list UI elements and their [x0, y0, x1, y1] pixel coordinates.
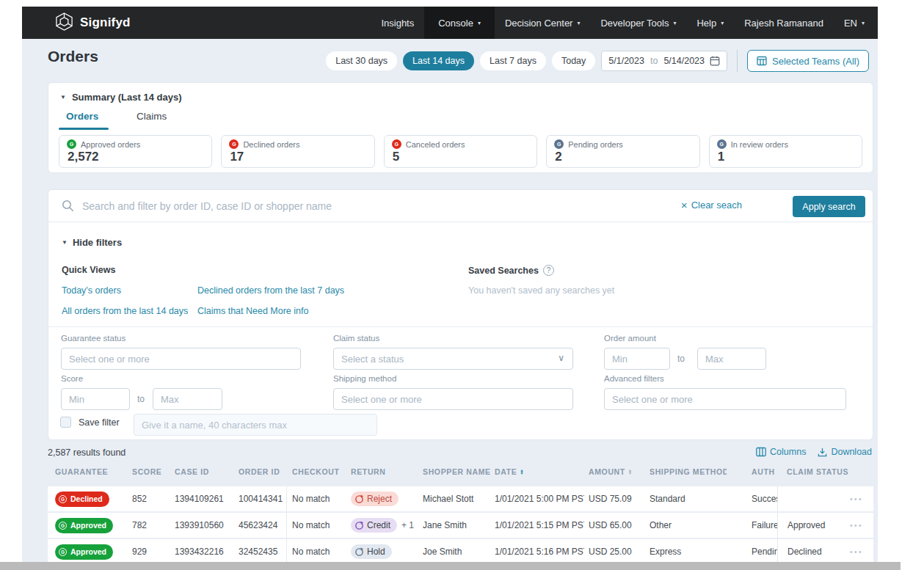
apply-search-button[interactable]: Apply search [793, 196, 865, 217]
tab-orders[interactable]: Orders [66, 111, 98, 122]
cell-date: 1/01/2021 5:15 PM PST [495, 513, 584, 538]
chevron-down-icon: ▾ [721, 20, 724, 26]
nav-item-rajesh-ramanand[interactable]: Rajesh Ramanand [734, 7, 834, 39]
score-max-input[interactable] [153, 388, 222, 410]
filters-divider [48, 326, 873, 327]
quick-view-link-declined-orders-from-the-last-7-days[interactable]: Declined orders from the last 7 days [197, 285, 344, 296]
row-actions-menu-icon[interactable]: ••• [850, 522, 863, 530]
nav-item-label: Rajesh Ramanand [744, 18, 823, 29]
row-actions-menu-icon[interactable]: ••• [850, 495, 863, 503]
quick-view-link-claims-that-need-more-info[interactable]: Claims that Need More info [197, 306, 308, 316]
column-header-checkout: CHECKOUT [292, 463, 345, 481]
guarantee-badge-label: Declined [70, 494, 103, 503]
order-amount-min-input[interactable] [604, 348, 670, 370]
date-to-value[interactable]: 5/14/2023 [663, 56, 705, 66]
range-pill-today[interactable]: Today [552, 51, 595, 70]
horizontal-scrollbar[interactable] [0, 562, 901, 570]
order-amount-to-label: to [677, 354, 685, 364]
calendar-icon [710, 56, 720, 66]
claim-status-select[interactable]: ∨ [333, 348, 573, 370]
table-row[interactable]: GApproved782139391056045623424No matchJa… [48, 513, 873, 538]
sort-icon[interactable]: ▲▼ [520, 469, 524, 475]
stat-card-approved-orders: GApproved orders2,572 [59, 135, 212, 168]
orders-table: GUARANTEESCORECASE IDORDER IDCHECKOUTRET… [48, 463, 873, 570]
nav-item-en[interactable]: EN▾ [834, 7, 878, 39]
advanced-filters-input[interactable] [604, 388, 846, 410]
hide-filters-toggle[interactable]: ▼ Hide filters [62, 237, 122, 248]
save-filter-checkbox[interactable] [60, 417, 71, 428]
nav-item-insights[interactable]: Insights [371, 7, 424, 39]
page-canvas: Signifyd InsightsConsole▾Decision Center… [0, 0, 924, 570]
table-row[interactable]: GApproved929139343221632452435No matchJo… [48, 539, 873, 564]
stat-card-top: GPending orders [554, 139, 691, 149]
guarantee-g-icon: G [59, 548, 67, 556]
quick-view-link-today-s-orders[interactable]: Today's orders [62, 285, 121, 296]
column-header-score: SCORE [132, 463, 170, 481]
shipping-method-input[interactable] [333, 388, 573, 410]
claim-status-value: Declined [787, 547, 822, 557]
cell-order-id: 45623424 [239, 513, 287, 538]
range-pill-last-30-days[interactable]: Last 30 days [326, 51, 397, 70]
column-header-date[interactable]: DATE▲▼ [495, 463, 584, 481]
download-label: Download [831, 447, 872, 457]
return-pill-label: Credit [367, 520, 390, 530]
range-pill-last-14-days[interactable]: Last 14 days [403, 51, 474, 70]
column-header-label: SHIPPING METHOD [650, 467, 727, 476]
column-header-label: ORDER ID [239, 467, 280, 476]
column-header-label: CHECKOUT [292, 467, 340, 476]
nav-item-label: Help [696, 18, 716, 29]
cell-score: 852 [132, 486, 170, 511]
cell-amount: USD 25.00 [589, 539, 646, 564]
cell-shopper-name: Michael Stott [423, 486, 490, 511]
range-pill-last-7-days[interactable]: Last 7 days [480, 51, 546, 70]
guarantee-status-input[interactable] [61, 348, 301, 370]
save-filter-name-input[interactable] [134, 414, 377, 436]
nav-item-help[interactable]: Help▾ [686, 7, 734, 39]
cell-shopper-name: Jane Smith [423, 513, 490, 538]
stat-card-label: Declined orders [243, 140, 299, 149]
date-range-picker[interactable]: 5/1/2023 to 5/14/2023 [601, 51, 727, 71]
summary-collapse-toggle[interactable]: ▼ Summary (Last 14 days) [60, 92, 182, 103]
results-count: 2,587 results found [48, 447, 125, 458]
table-row[interactable]: GDeclined8521394109261100414341No matchM… [48, 486, 873, 511]
selected-teams-button[interactable]: Selected Teams (All) [747, 50, 869, 72]
score-min-input[interactable] [61, 388, 130, 410]
quick-view-link-all-orders-from-the-last-14-days[interactable]: All orders from the last 14 days [62, 306, 188, 316]
cell-amount: USD 65.00 [589, 513, 646, 538]
column-header-return: RETURN [351, 463, 421, 481]
claim-status-input[interactable] [333, 348, 573, 370]
sort-down-arrow: ▼ [520, 472, 524, 475]
search-input[interactable] [81, 195, 536, 217]
date-joiner-label: to [650, 56, 658, 66]
stat-card-top: GApproved orders [67, 139, 204, 149]
signifyd-logo[interactable]: Signifyd [55, 12, 131, 34]
sort-icon[interactable]: ▲▼ [628, 469, 633, 475]
column-header-amount[interactable]: AMOUNT▲▼ [589, 463, 646, 481]
download-button[interactable]: Download [818, 447, 872, 457]
page-title: Orders [48, 48, 98, 65]
nav-item-label: Decision Center [505, 18, 573, 29]
cell-case-id: 1393910560 [175, 513, 233, 538]
guarantee-badge: GApproved [55, 518, 113, 533]
row-actions-menu-icon[interactable]: ••• [850, 548, 863, 556]
help-circle-icon[interactable]: ? [543, 265, 554, 276]
nav-item-console[interactable]: Console▾ [424, 7, 495, 39]
return-extra-count: + 1 [401, 520, 414, 530]
stat-card-canceled-orders: GCanceled orders5 [384, 135, 537, 168]
nav-item-developer-tools[interactable]: Developer Tools▾ [590, 7, 686, 39]
chevron-down-icon: ▾ [673, 20, 676, 26]
cell-return: Hold [351, 539, 421, 564]
cell-order-id: 32452435 [239, 539, 287, 564]
columns-button[interactable]: Columns [756, 447, 806, 457]
cell-amount: USD 75.09 [589, 486, 646, 511]
guarantee-badge-label: Approved [70, 547, 106, 556]
cell-claim-status: Approved••• [777, 513, 873, 538]
order-amount-max-input[interactable] [697, 348, 766, 370]
cell-auth-status: Pending [752, 539, 777, 564]
order-amount-label: Order amount [604, 334, 656, 343]
column-header-label: CASE ID [175, 467, 209, 476]
date-from-value[interactable]: 5/1/2023 [608, 56, 644, 66]
nav-item-decision-center[interactable]: Decision Center▾ [495, 7, 591, 39]
clear-search-button[interactable]: × Clear seach [681, 200, 742, 211]
tab-claims[interactable]: Claims [137, 111, 167, 122]
